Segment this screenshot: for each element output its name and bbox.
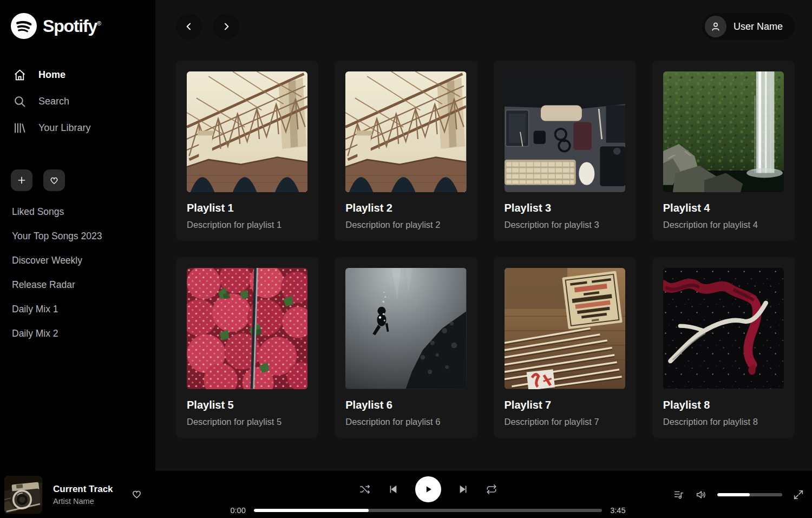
sidebar-playlist-list: Liked Songs Your Top Songs 2023 Discover… (11, 200, 146, 346)
sidebar-playlist-daily-mix-2[interactable]: Daily Mix 2 (11, 322, 146, 346)
sidebar-playlist-discover-weekly[interactable]: Discover Weekly (11, 248, 146, 273)
playlist-description: Description for playlist 4 (663, 220, 784, 230)
plus-icon (16, 175, 27, 186)
playlist-description: Description for playlist 7 (505, 417, 625, 427)
spotify-logo: Spotify® (11, 13, 146, 39)
playlist-cover-art (663, 268, 784, 389)
volume-fill (717, 493, 750, 496)
playlist-cover-art (345, 71, 466, 192)
app-window: Spotify® Home Search Your Library (0, 0, 812, 471)
playlist-title: Playlist 7 (505, 399, 625, 411)
shuffle-button[interactable] (359, 483, 371, 495)
playlist-title: Playlist 3 (505, 202, 625, 214)
next-track-button[interactable] (457, 483, 469, 495)
track-meta: Current Track Artist Name (53, 484, 113, 506)
sidebar-playlist-your-top-songs-2023[interactable]: Your Top Songs 2023 (11, 224, 146, 248)
chevron-left-icon (184, 21, 194, 32)
liked-songs-button[interactable] (43, 169, 65, 191)
user-menu-button[interactable]: User Name (702, 13, 795, 40)
navigate-back-button[interactable] (176, 14, 202, 40)
player-options-section (650, 489, 804, 501)
playlist-cover-art (663, 71, 784, 192)
sidebar-item-label: Search (38, 96, 69, 107)
player-bar: Current Track Artist Name (0, 471, 812, 518)
volume-button[interactable] (695, 489, 707, 501)
volume-slider[interactable] (717, 493, 782, 496)
playlist-card-6[interactable]: Playlist 6 Description for playlist 6 (335, 257, 477, 437)
seek-bar[interactable] (254, 509, 603, 512)
playlist-cover-art (505, 71, 625, 192)
playlist-card-3[interactable]: Playlist 3 Description for playlist 3 (494, 61, 636, 241)
play-button[interactable] (415, 476, 441, 502)
sidebar-item-search[interactable]: Search (11, 88, 146, 115)
track-artist: Artist Name (53, 497, 113, 506)
playlist-card-8[interactable]: Playlist 8 Description for playlist 8 (652, 257, 795, 437)
track-title: Current Track (53, 484, 113, 495)
playlist-card-1[interactable]: Playlist 1 Description for playlist 1 (176, 61, 318, 241)
sidebar: Spotify® Home Search Your Library (0, 0, 155, 471)
playlist-description: Description for playlist 3 (505, 220, 625, 230)
playlist-description: Description for playlist 6 (345, 417, 466, 427)
sidebar-playlist-release-radar[interactable]: Release Radar (11, 273, 146, 297)
playlist-description: Description for playlist 2 (345, 220, 466, 230)
now-playing-section: Current Track Artist Name (4, 476, 206, 514)
playlist-title: Playlist 1 (187, 202, 307, 214)
avatar (705, 16, 726, 37)
volume-icon (695, 489, 707, 501)
playlist-title: Playlist 4 (663, 202, 784, 214)
topbar: User Name (176, 13, 795, 40)
playlist-card-7[interactable]: Playlist 7 Description for playlist 7 (494, 257, 636, 437)
sidebar-nav: Home Search Your Library (11, 62, 146, 141)
main-content: User Name (155, 0, 812, 471)
sidebar-item-label: Home (38, 69, 66, 81)
expand-icon (793, 489, 804, 501)
sidebar-item-label: Your Library (38, 122, 90, 134)
playlist-cover-art (187, 268, 307, 389)
playlist-title: Playlist 8 (663, 399, 784, 411)
playlist-cover-art (345, 268, 466, 389)
playlist-description: Description for playlist 5 (187, 417, 307, 427)
queue-icon (673, 489, 685, 501)
sidebar-item-home[interactable]: Home (11, 62, 146, 88)
play-icon (422, 483, 434, 495)
previous-track-button[interactable] (387, 483, 399, 495)
playback-section: 0:00 3:45 (206, 474, 650, 515)
search-icon (13, 95, 27, 108)
playback-controls (359, 476, 497, 502)
heart-icon (130, 488, 143, 500)
repeat-icon (486, 483, 497, 495)
playlist-grid: Playlist 1 Description for playlist 1 (176, 61, 795, 438)
playlist-cover-art (505, 268, 625, 389)
create-playlist-button[interactable] (11, 169, 32, 191)
elapsed-time-label: 0:00 (231, 506, 246, 515)
home-icon (13, 68, 27, 82)
playlist-title: Playlist 2 (345, 202, 466, 214)
playlist-card-2[interactable]: Playlist 2 Description for playlist 2 (335, 61, 477, 241)
playlist-description: Description for playlist 8 (663, 417, 784, 427)
playlist-card-4[interactable]: Playlist 4 Description for playlist 4 (652, 61, 795, 241)
sidebar-playlist-liked-songs[interactable]: Liked Songs (11, 200, 146, 224)
sidebar-item-your-library[interactable]: Your Library (11, 115, 146, 141)
sidebar-actions (11, 169, 146, 191)
chevron-right-icon (221, 21, 232, 32)
user-icon (710, 21, 722, 32)
playlist-cover-art (187, 71, 307, 192)
library-icon (13, 121, 27, 135)
repeat-button[interactable] (486, 483, 497, 495)
progress-fill (254, 509, 369, 512)
playlist-description: Description for playlist 1 (187, 220, 307, 230)
progress-row: 0:00 3:45 (231, 506, 626, 515)
playlist-card-5[interactable]: Playlist 5 Description for playlist 5 (176, 257, 318, 437)
queue-button[interactable] (673, 489, 685, 501)
fullscreen-button[interactable] (793, 489, 804, 501)
navigate-forward-button[interactable] (213, 14, 239, 40)
playlist-title: Playlist 5 (187, 399, 307, 411)
shuffle-icon (359, 483, 371, 495)
spotify-logo-icon (11, 13, 37, 39)
skip-previous-icon (387, 483, 399, 495)
sidebar-playlist-daily-mix-1[interactable]: Daily Mix 1 (11, 297, 146, 322)
app-title: Spotify® (43, 16, 101, 36)
like-track-button[interactable] (130, 488, 143, 502)
album-art (4, 476, 42, 514)
playlist-title: Playlist 6 (345, 399, 466, 411)
